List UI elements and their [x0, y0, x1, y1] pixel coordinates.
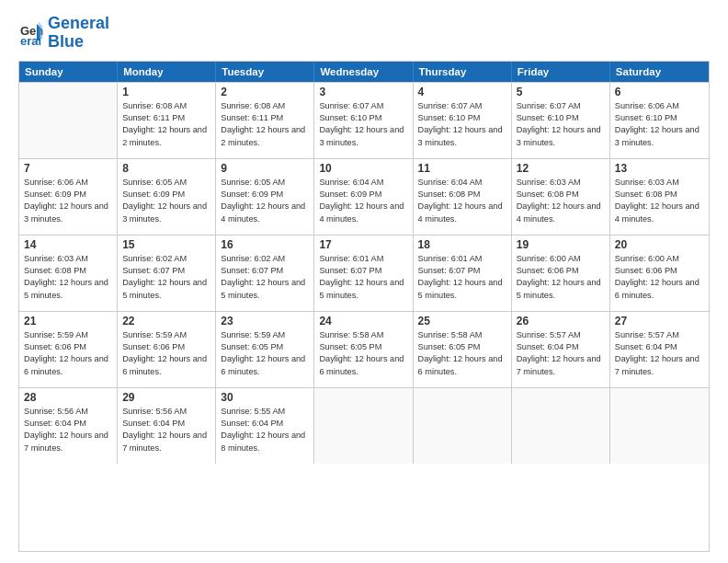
day-cell-9: 9Sunrise: 6:05 AMSunset: 6:09 PMDaylight… — [216, 159, 314, 235]
day-number: 7 — [24, 162, 112, 175]
day-cell-30: 30Sunrise: 5:55 AMSunset: 6:04 PMDayligh… — [216, 388, 314, 464]
day-number: 15 — [122, 238, 210, 251]
day-cell-8: 8Sunrise: 6:05 AMSunset: 6:09 PMDaylight… — [118, 159, 216, 235]
empty-cell — [610, 388, 709, 464]
header-cell-thursday: Thursday — [414, 62, 512, 82]
day-number: 25 — [418, 315, 506, 327]
header-cell-tuesday: Tuesday — [216, 62, 314, 82]
day-info: Sunrise: 6:06 AMSunset: 6:10 PMDaylight:… — [615, 100, 704, 149]
empty-cell — [414, 388, 512, 464]
header-cell-friday: Friday — [512, 62, 610, 82]
calendar-week-3: 14Sunrise: 6:03 AMSunset: 6:08 PMDayligh… — [19, 235, 709, 311]
empty-cell — [19, 83, 118, 158]
day-info: Sunrise: 5:58 AMSunset: 6:05 PMDaylight:… — [418, 329, 506, 378]
calendar-header-row: SundayMondayTuesdayWednesdayThursdayFrid… — [19, 62, 709, 82]
day-cell-27: 27Sunrise: 5:57 AMSunset: 6:04 PMDayligh… — [610, 312, 709, 387]
day-cell-16: 16Sunrise: 6:02 AMSunset: 6:07 PMDayligh… — [216, 236, 314, 311]
day-cell-12: 12Sunrise: 6:03 AMSunset: 6:08 PMDayligh… — [512, 159, 610, 235]
day-cell-22: 22Sunrise: 5:59 AMSunset: 6:06 PMDayligh… — [118, 312, 216, 387]
day-cell-11: 11Sunrise: 6:04 AMSunset: 6:08 PMDayligh… — [414, 159, 512, 235]
day-cell-2: 2Sunrise: 6:08 AMSunset: 6:11 PMDaylight… — [216, 83, 314, 158]
logo-name: GeneralBlue — [48, 15, 109, 52]
day-cell-20: 20Sunrise: 6:00 AMSunset: 6:06 PMDayligh… — [610, 236, 709, 311]
day-info: Sunrise: 6:04 AMSunset: 6:08 PMDaylight:… — [418, 177, 506, 225]
day-number: 5 — [517, 86, 605, 98]
day-info: Sunrise: 6:08 AMSunset: 6:11 PMDaylight:… — [221, 100, 309, 149]
page: Gen eral GeneralBlue SundayMondayTuesday… — [0, 0, 728, 563]
day-info: Sunrise: 6:05 AMSunset: 6:09 PMDaylight:… — [221, 177, 309, 225]
day-number: 19 — [517, 238, 605, 251]
day-number: 1 — [122, 86, 210, 98]
day-number: 16 — [221, 238, 309, 251]
day-number: 20 — [615, 238, 704, 251]
day-number: 12 — [517, 162, 605, 175]
empty-cell — [512, 388, 610, 464]
day-number: 21 — [24, 315, 112, 327]
day-cell-13: 13Sunrise: 6:03 AMSunset: 6:08 PMDayligh… — [610, 159, 709, 235]
calendar-week-4: 21Sunrise: 5:59 AMSunset: 6:06 PMDayligh… — [19, 311, 709, 387]
day-info: Sunrise: 6:00 AMSunset: 6:06 PMDaylight:… — [615, 253, 704, 302]
day-number: 27 — [615, 315, 704, 327]
day-info: Sunrise: 5:59 AMSunset: 6:06 PMDaylight:… — [122, 329, 210, 378]
logo: Gen eral GeneralBlue — [18, 15, 109, 52]
day-info: Sunrise: 5:56 AMSunset: 6:04 PMDaylight:… — [122, 406, 210, 454]
day-number: 22 — [122, 315, 210, 327]
header-cell-saturday: Saturday — [610, 62, 709, 82]
day-info: Sunrise: 6:04 AMSunset: 6:09 PMDaylight:… — [319, 177, 407, 225]
day-cell-6: 6Sunrise: 6:06 AMSunset: 6:10 PMDaylight… — [610, 83, 709, 158]
day-number: 24 — [319, 315, 407, 327]
day-number: 29 — [122, 391, 210, 404]
day-info: Sunrise: 6:02 AMSunset: 6:07 PMDaylight:… — [122, 253, 210, 302]
day-info: Sunrise: 5:56 AMSunset: 6:04 PMDaylight:… — [24, 406, 112, 454]
day-info: Sunrise: 6:01 AMSunset: 6:07 PMDaylight:… — [418, 253, 506, 302]
day-info: Sunrise: 6:07 AMSunset: 6:10 PMDaylight:… — [418, 100, 506, 149]
day-number: 9 — [221, 162, 309, 175]
day-info: Sunrise: 5:58 AMSunset: 6:05 PMDaylight:… — [319, 329, 407, 378]
day-cell-29: 29Sunrise: 5:56 AMSunset: 6:04 PMDayligh… — [118, 388, 216, 464]
header: Gen eral GeneralBlue — [18, 15, 710, 52]
day-info: Sunrise: 6:02 AMSunset: 6:07 PMDaylight:… — [221, 253, 309, 302]
day-cell-19: 19Sunrise: 6:00 AMSunset: 6:06 PMDayligh… — [512, 236, 610, 311]
day-cell-14: 14Sunrise: 6:03 AMSunset: 6:08 PMDayligh… — [19, 236, 118, 311]
day-number: 26 — [517, 315, 605, 327]
day-number: 6 — [615, 86, 704, 98]
day-cell-28: 28Sunrise: 5:56 AMSunset: 6:04 PMDayligh… — [19, 388, 118, 464]
day-info: Sunrise: 6:00 AMSunset: 6:06 PMDaylight:… — [517, 253, 605, 302]
day-number: 18 — [418, 238, 506, 251]
calendar-week-1: 1Sunrise: 6:08 AMSunset: 6:11 PMDaylight… — [19, 82, 709, 158]
logo-icon: Gen eral — [18, 20, 44, 46]
day-info: Sunrise: 5:57 AMSunset: 6:04 PMDaylight:… — [615, 329, 704, 378]
calendar-week-5: 28Sunrise: 5:56 AMSunset: 6:04 PMDayligh… — [19, 387, 709, 464]
day-cell-15: 15Sunrise: 6:02 AMSunset: 6:07 PMDayligh… — [118, 236, 216, 311]
day-info: Sunrise: 5:59 AMSunset: 6:06 PMDaylight:… — [24, 329, 112, 378]
day-info: Sunrise: 6:01 AMSunset: 6:07 PMDaylight:… — [319, 253, 407, 302]
day-cell-4: 4Sunrise: 6:07 AMSunset: 6:10 PMDaylight… — [414, 83, 512, 158]
day-number: 8 — [122, 162, 210, 175]
day-number: 23 — [221, 315, 309, 327]
day-info: Sunrise: 5:55 AMSunset: 6:04 PMDaylight:… — [221, 406, 309, 454]
day-cell-1: 1Sunrise: 6:08 AMSunset: 6:11 PMDaylight… — [118, 83, 216, 158]
day-cell-17: 17Sunrise: 6:01 AMSunset: 6:07 PMDayligh… — [314, 236, 413, 311]
day-info: Sunrise: 6:07 AMSunset: 6:10 PMDaylight:… — [319, 100, 407, 149]
day-number: 11 — [418, 162, 506, 175]
day-info: Sunrise: 6:03 AMSunset: 6:08 PMDaylight:… — [517, 177, 605, 225]
day-number: 28 — [24, 391, 112, 404]
day-number: 17 — [319, 238, 407, 251]
day-info: Sunrise: 6:03 AMSunset: 6:08 PMDaylight:… — [24, 253, 112, 302]
day-info: Sunrise: 6:07 AMSunset: 6:10 PMDaylight:… — [517, 100, 605, 149]
day-cell-7: 7Sunrise: 6:06 AMSunset: 6:09 PMDaylight… — [19, 159, 118, 235]
day-cell-18: 18Sunrise: 6:01 AMSunset: 6:07 PMDayligh… — [414, 236, 512, 311]
calendar-week-2: 7Sunrise: 6:06 AMSunset: 6:09 PMDaylight… — [19, 158, 709, 235]
empty-cell — [314, 388, 413, 464]
header-cell-wednesday: Wednesday — [314, 62, 413, 82]
day-cell-21: 21Sunrise: 5:59 AMSunset: 6:06 PMDayligh… — [19, 312, 118, 387]
day-number: 3 — [319, 86, 407, 98]
day-cell-10: 10Sunrise: 6:04 AMSunset: 6:09 PMDayligh… — [314, 159, 413, 235]
day-info: Sunrise: 5:57 AMSunset: 6:04 PMDaylight:… — [517, 329, 605, 378]
day-number: 10 — [319, 162, 407, 175]
day-number: 4 — [418, 86, 506, 98]
calendar-body: 1Sunrise: 6:08 AMSunset: 6:11 PMDaylight… — [19, 82, 709, 464]
day-cell-26: 26Sunrise: 5:57 AMSunset: 6:04 PMDayligh… — [512, 312, 610, 387]
day-info: Sunrise: 6:05 AMSunset: 6:09 PMDaylight:… — [122, 177, 210, 225]
day-cell-24: 24Sunrise: 5:58 AMSunset: 6:05 PMDayligh… — [314, 312, 413, 387]
